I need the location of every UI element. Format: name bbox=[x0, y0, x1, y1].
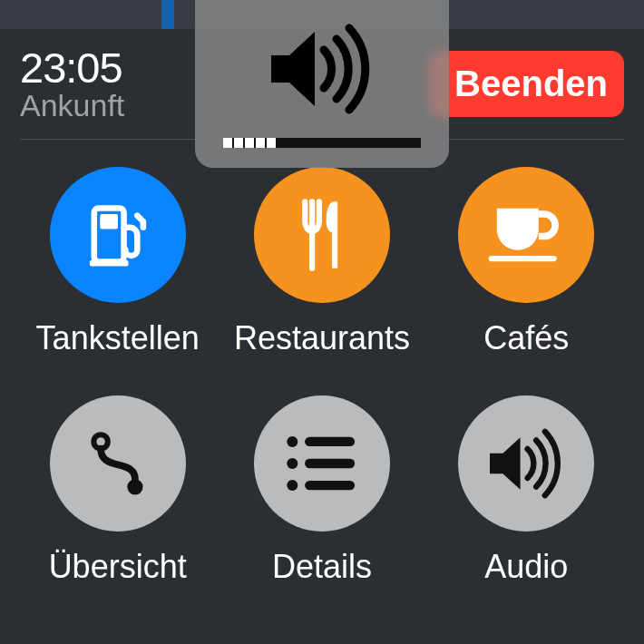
svg-rect-7 bbox=[305, 437, 355, 446]
volume-hud bbox=[195, 0, 449, 168]
svg-point-6 bbox=[287, 436, 298, 447]
svg-rect-9 bbox=[305, 459, 355, 468]
end-navigation-button[interactable]: Beenden bbox=[429, 51, 624, 117]
action-overview[interactable]: Übersicht bbox=[20, 395, 215, 586]
fork-knife-icon bbox=[254, 167, 390, 303]
options-grid: Tankstellen Restaurants Cafés bbox=[0, 140, 644, 595]
volume-bar bbox=[223, 138, 421, 148]
action-label: Audio bbox=[484, 548, 568, 586]
svg-rect-2 bbox=[89, 260, 128, 267]
category-gas-stations[interactable]: Tankstellen bbox=[20, 167, 215, 357]
svg-rect-11 bbox=[305, 481, 355, 490]
category-label: Restaurants bbox=[234, 319, 410, 357]
category-restaurants[interactable]: Restaurants bbox=[224, 167, 419, 357]
category-label: Tankstellen bbox=[36, 319, 200, 357]
category-cafes[interactable]: Cafés bbox=[429, 167, 624, 357]
action-label: Übersicht bbox=[49, 548, 187, 586]
svg-point-10 bbox=[287, 480, 298, 491]
category-label: Cafés bbox=[483, 319, 569, 357]
volume-icon bbox=[259, 0, 385, 138]
route-overview-icon bbox=[50, 395, 186, 532]
list-icon bbox=[254, 395, 390, 532]
coffee-cup-icon bbox=[458, 167, 594, 303]
arrival-label: Ankunft bbox=[20, 90, 124, 122]
svg-rect-3 bbox=[489, 256, 557, 261]
arrival-block: 23:05 Ankunft bbox=[20, 45, 124, 122]
gas-pump-icon bbox=[50, 167, 186, 303]
arrival-time: 23:05 bbox=[20, 45, 124, 90]
action-details[interactable]: Details bbox=[224, 395, 419, 586]
svg-point-8 bbox=[287, 458, 298, 469]
svg-rect-1 bbox=[100, 214, 118, 229]
action-audio[interactable]: Audio bbox=[429, 395, 624, 586]
action-label: Details bbox=[272, 548, 372, 586]
speaker-icon bbox=[458, 395, 594, 532]
